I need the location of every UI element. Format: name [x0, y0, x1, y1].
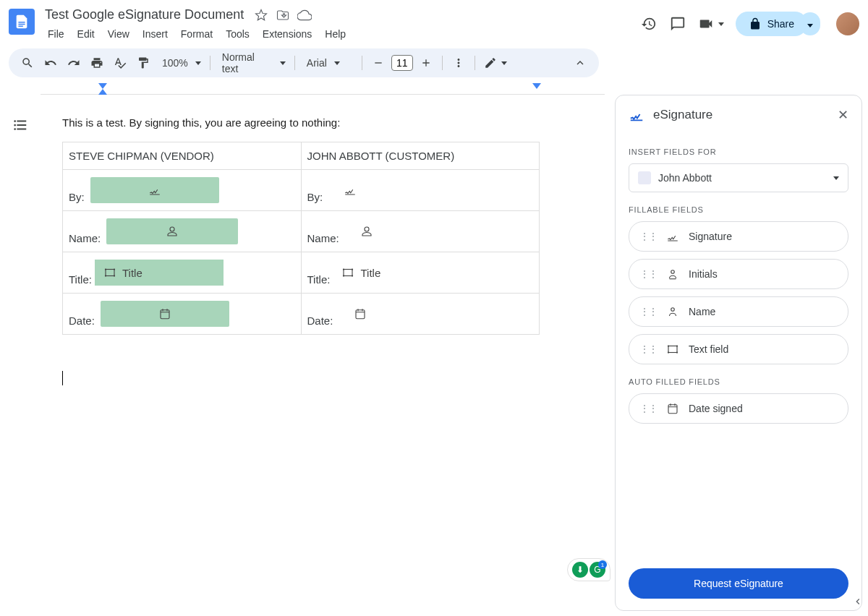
- menu-extensions[interactable]: Extensions: [257, 25, 318, 43]
- undo-icon[interactable]: [41, 53, 61, 73]
- close-icon[interactable]: ✕: [838, 107, 848, 123]
- menu-bar: File Edit View Insert Format Tools Exten…: [42, 25, 640, 43]
- drag-handle-icon: ⋮⋮: [639, 268, 657, 280]
- cloud-icon[interactable]: [297, 8, 312, 22]
- name-label: Name:: [307, 232, 339, 244]
- signature-icon: [148, 184, 161, 197]
- grammarly-badge[interactable]: G1: [590, 562, 605, 578]
- meet-button[interactable]: [698, 16, 724, 32]
- svg-rect-5: [344, 270, 352, 276]
- svg-point-9: [352, 275, 353, 276]
- more-icon[interactable]: [448, 53, 469, 73]
- extension-badges[interactable]: ⬇ G1: [567, 558, 610, 581]
- menu-file[interactable]: File: [42, 25, 70, 43]
- title-label: Title:: [307, 273, 331, 286]
- date-label: Date:: [69, 315, 95, 327]
- font-dropdown[interactable]: Arial: [301, 57, 356, 69]
- share-dropdown[interactable]: [800, 12, 820, 35]
- lock-icon: [749, 17, 762, 30]
- increase-font-icon[interactable]: [416, 53, 436, 73]
- pencil-icon: [484, 56, 497, 69]
- calendar-icon: [665, 401, 680, 416]
- name-field-vendor[interactable]: [106, 218, 238, 244]
- svg-rect-14: [668, 346, 677, 353]
- textbox-icon: [665, 342, 680, 356]
- ruler-indent-marker[interactable]: [98, 89, 107, 95]
- share-label: Share: [767, 18, 794, 30]
- menu-edit[interactable]: Edit: [72, 25, 101, 43]
- signature-table[interactable]: STEVE CHIPMAN (VENDOR) JOHN ABBOTT (CUST…: [62, 142, 540, 335]
- svg-rect-19: [668, 405, 677, 414]
- svg-point-8: [343, 275, 344, 276]
- customer-header[interactable]: JOHN ABBOTT (CUSTOMER): [301, 142, 540, 170]
- side-panel-toggle-icon[interactable]: [849, 593, 867, 610]
- ruler[interactable]: [41, 83, 605, 95]
- svg-point-4: [114, 275, 115, 276]
- menu-view[interactable]: View: [102, 25, 135, 43]
- document-canvas[interactable]: This is a test. By signing this, you are…: [41, 95, 615, 616]
- signer-name: John Abbott: [658, 172, 826, 184]
- docs-logo[interactable]: [9, 9, 35, 35]
- toolbar: 100% Normal text Arial: [9, 48, 599, 77]
- person-icon: [665, 304, 680, 319]
- drag-handle-icon: ⋮⋮: [639, 306, 657, 317]
- paint-format-icon[interactable]: [133, 53, 153, 73]
- field-name[interactable]: ⋮⋮ Name: [629, 296, 848, 327]
- search-icon[interactable]: [17, 53, 38, 73]
- comment-icon[interactable]: [669, 15, 686, 33]
- font-size-input[interactable]: [391, 55, 413, 71]
- extension-badge[interactable]: ⬇: [572, 562, 588, 578]
- star-icon[interactable]: [254, 8, 268, 22]
- spellcheck-icon[interactable]: [110, 53, 130, 73]
- name-field-customer[interactable]: [345, 218, 388, 244]
- menu-tools[interactable]: Tools: [220, 25, 255, 43]
- field-signature[interactable]: ⋮⋮ Signature: [629, 221, 848, 252]
- collapse-toolbar-icon[interactable]: [570, 53, 590, 73]
- title-field-vendor[interactable]: Title: [95, 260, 224, 286]
- field-date-signed[interactable]: ⋮⋮ Date signed: [629, 393, 848, 424]
- ruler-right-marker[interactable]: [532, 83, 541, 89]
- signature-icon: [344, 184, 357, 197]
- date-field-customer[interactable]: [339, 301, 382, 327]
- style-dropdown[interactable]: Normal text: [216, 51, 289, 74]
- text-cursor: [62, 371, 63, 385]
- intro-paragraph[interactable]: This is a test. By signing this, you are…: [62, 116, 569, 129]
- share-button[interactable]: Share: [736, 12, 807, 36]
- menu-format[interactable]: Format: [175, 25, 218, 43]
- redo-icon[interactable]: [64, 53, 84, 73]
- print-icon[interactable]: [87, 53, 107, 73]
- esignature-sidebar: eSignature ✕ INSERT FIELDS FOR John Abbo…: [615, 95, 862, 611]
- signature-field-customer[interactable]: [328, 177, 372, 203]
- date-field-vendor[interactable]: [101, 301, 229, 327]
- menu-insert[interactable]: Insert: [137, 25, 174, 43]
- user-avatar[interactable]: [836, 12, 859, 35]
- title-field-customer[interactable]: Title: [333, 260, 389, 286]
- move-icon[interactable]: [276, 8, 290, 22]
- zoom-dropdown[interactable]: 100%: [156, 57, 204, 69]
- svg-point-17: [668, 351, 669, 353]
- history-icon[interactable]: [640, 15, 658, 33]
- person-icon: [166, 225, 179, 238]
- field-text[interactable]: ⋮⋮ Text field: [629, 334, 848, 364]
- drag-handle-icon: ⋮⋮: [639, 231, 657, 242]
- svg-rect-10: [161, 310, 169, 319]
- signer-color-chip: [638, 171, 651, 184]
- ruler-indent-marker[interactable]: [98, 83, 107, 89]
- app-header: Test Google eSignature Document File Edi…: [0, 0, 868, 43]
- decrease-font-icon[interactable]: [368, 53, 388, 73]
- vendor-header[interactable]: STEVE CHIPMAN (VENDOR): [63, 142, 302, 170]
- menu-help[interactable]: Help: [319, 25, 352, 43]
- svg-point-7: [352, 268, 353, 270]
- document-title[interactable]: Test Google eSignature Document: [42, 6, 247, 24]
- signature-field-vendor[interactable]: [90, 177, 219, 203]
- request-esignature-button[interactable]: Request eSignature: [629, 568, 848, 599]
- signature-icon: [665, 229, 680, 244]
- outline-toggle-icon[interactable]: [7, 112, 33, 138]
- field-initials[interactable]: ⋮⋮ Initials: [629, 259, 848, 289]
- svg-point-2: [114, 268, 115, 270]
- editing-mode-dropdown[interactable]: [481, 56, 510, 69]
- signer-dropdown[interactable]: John Abbott: [629, 163, 848, 192]
- textbox-icon: [103, 266, 116, 279]
- sidebar-title: eSignature: [653, 108, 829, 122]
- svg-point-18: [676, 351, 678, 353]
